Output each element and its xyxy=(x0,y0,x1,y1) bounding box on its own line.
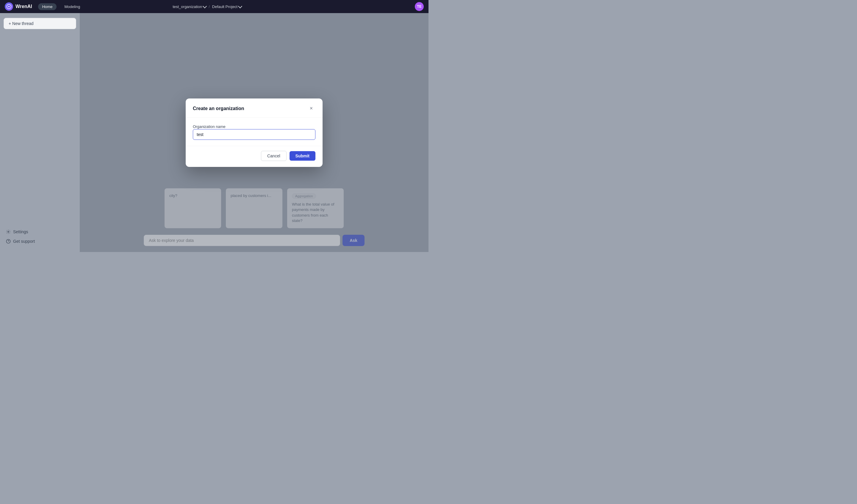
modal-overlay: Create an organization × Organization na… xyxy=(80,13,428,252)
org-name-input[interactable] xyxy=(193,129,316,140)
nav-home-btn[interactable]: Home xyxy=(38,3,57,10)
support-icon xyxy=(6,239,11,244)
org-chevron-icon xyxy=(203,4,207,8)
avatar[interactable]: TE xyxy=(415,2,424,11)
navbar: WrenAI Home Modeling test_organization /… xyxy=(0,0,428,13)
nav-modeling-btn[interactable]: Modeling xyxy=(60,3,84,10)
logo-text: WrenAI xyxy=(16,4,32,9)
modal-close-button[interactable]: × xyxy=(307,104,316,113)
submit-button[interactable]: Submit xyxy=(289,151,316,161)
modal-footer: Cancel Submit xyxy=(186,146,322,167)
nav-divider: / xyxy=(208,4,210,9)
content-area: city? placed by customers i... Aggregati… xyxy=(80,13,428,252)
modal-body: Organization name xyxy=(186,118,322,146)
project-selector[interactable]: Default Project xyxy=(212,4,241,9)
project-chevron-icon xyxy=(238,4,242,8)
sidebar: + New thread Settings Get support xyxy=(0,13,80,252)
create-org-modal: Create an organization × Organization na… xyxy=(186,99,322,167)
org-selector[interactable]: test_organization xyxy=(173,4,206,9)
logo-icon xyxy=(5,2,13,11)
modal-header: Create an organization × xyxy=(186,99,322,118)
org-name-label: Organization name xyxy=(193,124,225,129)
svg-point-1 xyxy=(8,231,9,232)
org-name: test_organization xyxy=(173,4,202,9)
logo: WrenAI xyxy=(5,2,32,11)
sidebar-bottom: Settings Get support xyxy=(3,228,37,245)
settings-item[interactable]: Settings xyxy=(3,228,37,235)
nav-org-project: test_organization / Default Project xyxy=(173,4,241,9)
new-thread-button[interactable]: + New thread xyxy=(3,18,76,29)
main-area: + New thread Settings Get support xyxy=(0,13,428,252)
settings-icon xyxy=(6,230,11,234)
support-item[interactable]: Get support xyxy=(3,238,37,245)
support-label: Get support xyxy=(13,239,35,244)
cancel-button[interactable]: Cancel xyxy=(261,151,287,161)
modal-title: Create an organization xyxy=(193,106,244,111)
settings-label: Settings xyxy=(13,230,28,234)
project-name: Default Project xyxy=(212,4,237,9)
